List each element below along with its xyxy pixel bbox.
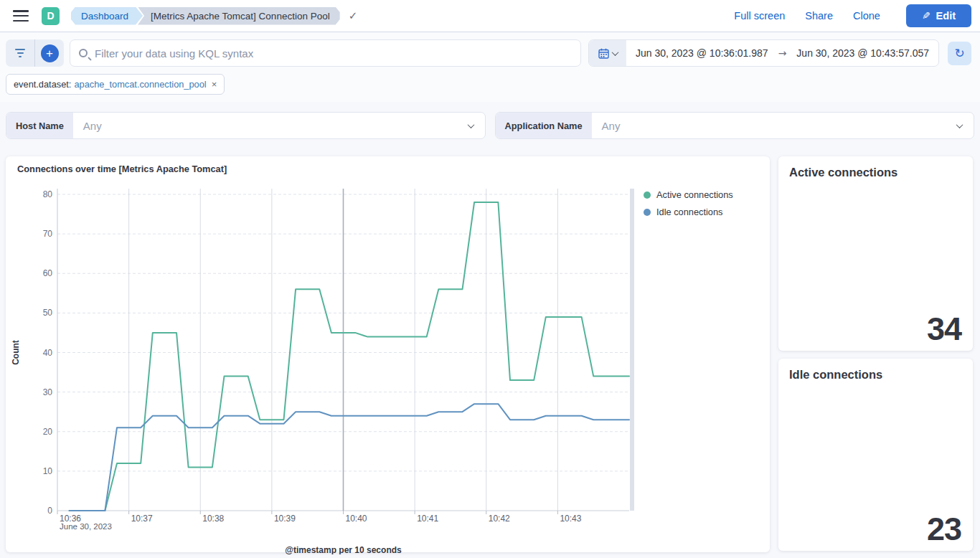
host-name-value: Any	[73, 120, 468, 132]
refresh-button[interactable]: ↻	[948, 42, 971, 65]
filter-pill-event-dataset[interactable]: event.dataset: apache_tomcat.connection_…	[6, 74, 225, 95]
plus-icon: +	[41, 44, 59, 62]
refresh-icon: ↻	[954, 46, 964, 60]
svg-text:June 30, 2023: June 30, 2023	[60, 522, 112, 531]
chevron-down-icon	[467, 121, 474, 128]
legend-item[interactable]: Idle connections	[644, 207, 733, 217]
filter-pill-value: apache_tomcat.connection_pool	[74, 79, 206, 90]
header-actions: Full screen Share Clone ✎ Edit	[734, 4, 971, 27]
svg-text:10:43: 10:43	[560, 514, 581, 524]
filter-icon	[15, 49, 25, 57]
host-name-label: Host Name	[6, 113, 73, 138]
svg-text:10:39: 10:39	[274, 514, 296, 524]
x-axis-title: @timestamp per 10 seconds	[285, 545, 402, 554]
svg-text:50: 50	[43, 308, 53, 318]
svg-text:30: 30	[43, 387, 53, 397]
host-name-dropdown[interactable]: Host Name Any	[6, 112, 486, 139]
search-icon	[79, 49, 88, 57]
dashboard-logo[interactable]: D	[42, 7, 60, 25]
logo-letter: D	[47, 10, 54, 22]
chevron-down-icon	[611, 49, 618, 56]
date-range-end[interactable]: Jun 30, 2023 @ 10:43:57.057	[796, 47, 929, 59]
connections-chart-svg: 0102030405060708010:36June 30, 202310:37…	[6, 174, 770, 554]
arrow-right-icon: →	[778, 47, 787, 59]
full-screen-link[interactable]: Full screen	[734, 10, 785, 22]
dashboard-controls: Host Name Any Application Name Any	[6, 112, 974, 139]
legend-item[interactable]: Active connections	[644, 189, 733, 200]
legend-label: Active connections	[656, 189, 733, 200]
edit-button[interactable]: ✎ Edit	[906, 4, 971, 27]
chart-legend: Active connectionsIdle connections	[644, 189, 733, 217]
svg-text:0: 0	[47, 506, 52, 516]
query-bar-region: + Filter your data using KQL syntax Ju	[0, 32, 980, 102]
date-range-start[interactable]: Jun 30, 2023 @ 10:36:01.987	[636, 47, 768, 59]
breadcrumb-current-page: [Metrics Apache Tomcat] Connection Pool	[138, 7, 340, 25]
svg-text:80: 80	[43, 189, 53, 199]
menu-icon[interactable]	[13, 10, 29, 22]
idle-connections-title: Idle connections	[778, 359, 973, 382]
svg-text:70: 70	[43, 229, 53, 239]
svg-text:40: 40	[43, 348, 53, 358]
y-axis-title: Count	[11, 340, 21, 365]
svg-text:10: 10	[43, 466, 53, 476]
svg-text:60: 60	[43, 268, 53, 278]
kql-search-input[interactable]: Filter your data using KQL syntax	[70, 39, 581, 67]
application-name-label: Application Name	[496, 113, 592, 138]
svg-text:10:42: 10:42	[489, 514, 510, 524]
svg-text:10:40: 10:40	[346, 514, 367, 524]
pencil-icon: ✎	[922, 10, 930, 22]
add-filter-button[interactable]: +	[34, 39, 64, 67]
filter-pill-field: event.dataset:	[14, 79, 71, 90]
calendar-icon	[598, 48, 609, 59]
svg-text:10:38: 10:38	[202, 514, 224, 524]
legend-label: Idle connections	[656, 207, 722, 217]
chart-panel-title: Connections over time [Metrics Apache To…	[6, 156, 770, 174]
check-icon[interactable]: ✓	[349, 9, 358, 22]
search-placeholder: Filter your data using KQL syntax	[95, 47, 253, 60]
chevron-down-icon	[956, 121, 963, 128]
date-quick-select-button[interactable]	[589, 40, 626, 66]
legend-dot-icon	[644, 209, 651, 216]
close-icon[interactable]: ×	[212, 79, 217, 90]
filter-buttons-group: +	[6, 39, 64, 67]
active-connections-value: 34	[927, 311, 961, 348]
breadcrumb-dashboard[interactable]: Dashboard	[71, 7, 143, 25]
clone-link[interactable]: Clone	[853, 10, 880, 22]
top-header: D Dashboard [Metrics Apache Tomcat] Conn…	[0, 0, 980, 32]
svg-text:10:41: 10:41	[417, 514, 438, 524]
svg-text:10:37: 10:37	[131, 514, 153, 524]
breadcrumb: Dashboard [Metrics Apache Tomcat] Connec…	[71, 7, 357, 25]
saved-filters-button[interactable]	[6, 39, 34, 67]
idle-connections-panel: Idle connections 23	[778, 359, 973, 551]
share-link[interactable]: Share	[805, 10, 833, 22]
legend-dot-icon	[644, 191, 651, 199]
application-name-dropdown[interactable]: Application Name Any	[495, 112, 975, 139]
active-connections-panel: Active connections 34	[778, 156, 973, 351]
application-name-value: Any	[592, 120, 957, 132]
svg-text:20: 20	[43, 427, 53, 437]
active-connections-title: Active connections	[778, 156, 973, 179]
connections-over-time-panel: Connections over time [Metrics Apache To…	[6, 156, 770, 552]
idle-connections-value: 23	[927, 511, 961, 548]
edit-button-label: Edit	[936, 10, 956, 22]
date-range-picker: Jun 30, 2023 @ 10:36:01.987 → Jun 30, 20…	[588, 39, 939, 67]
